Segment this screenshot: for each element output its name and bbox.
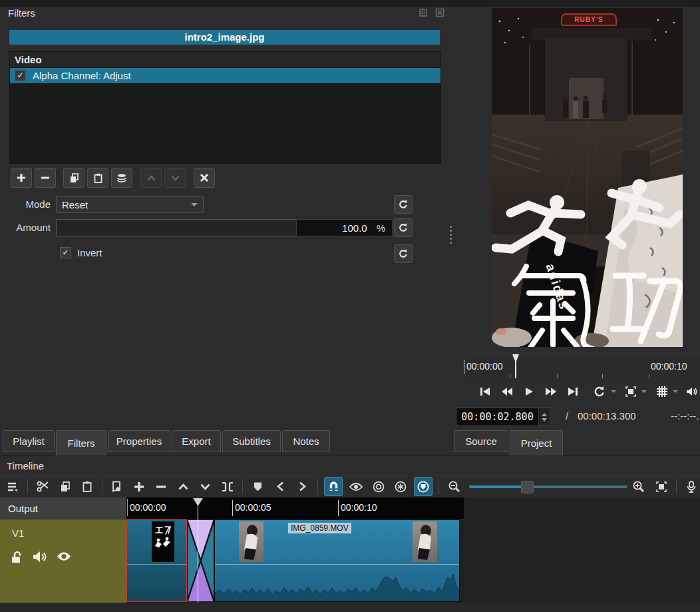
scrub-while-dragging-toggle[interactable]: [347, 477, 365, 495]
tab-filters[interactable]: Filters: [56, 430, 106, 456]
overwrite-down-button[interactable]: [197, 477, 214, 495]
cut-button[interactable]: [34, 477, 51, 495]
clip2-filename-label: IMG_0859.MOV: [288, 523, 351, 533]
transition-clip[interactable]: [187, 519, 214, 602]
volume-icon[interactable]: [683, 383, 700, 401]
loop-button[interactable]: [592, 383, 608, 401]
player-scrubber[interactable]: 00:00:00 00:00:10: [462, 354, 700, 378]
filter-row-alpha-channel[interactable]: ✓ Alpha Channel: Adjust: [10, 68, 440, 83]
grid-button[interactable]: [653, 383, 670, 401]
ripple-delete-button[interactable]: [152, 477, 170, 495]
zoom-fit-player-button[interactable]: [623, 383, 639, 401]
overwrite-button[interactable]: [130, 477, 148, 495]
add-filter-button[interactable]: [11, 168, 32, 188]
snap-toggle[interactable]: [324, 477, 343, 496]
amount-spinbox[interactable]: 100.0 %: [296, 219, 393, 236]
float-panel-icon[interactable]: [419, 8, 428, 17]
rewind-button[interactable]: [499, 383, 516, 401]
timeline-playhead-line[interactable]: [198, 497, 198, 603]
output-track-header[interactable]: Output: [0, 497, 126, 519]
tab-playlist[interactable]: Playlist: [3, 430, 55, 452]
skip-to-start-button[interactable]: [477, 383, 494, 401]
lift-button[interactable]: [175, 477, 192, 495]
time-separator: /: [566, 410, 568, 422]
reset-invert-button[interactable]: [394, 244, 413, 263]
scrubber-start-label: 00:00:00: [466, 361, 503, 372]
remove-filter-button[interactable]: [35, 168, 56, 188]
ruler-tick-5: 00:00:05: [235, 502, 271, 513]
zoom-timeline-in-button[interactable]: [629, 477, 647, 495]
ruler-tick-10: 00:00:10: [341, 502, 377, 513]
dock-tab-bar: Playlist Filters Properties Export Subti…: [0, 430, 700, 455]
ripple-markers-toggle[interactable]: [414, 477, 433, 496]
append-button[interactable]: [108, 477, 126, 495]
v1-track-header[interactable]: V1: [0, 519, 126, 603]
v1-track-label: V1: [12, 527, 24, 539]
zoom-slider-handle[interactable]: [521, 481, 534, 493]
timeline-menu-button[interactable]: [4, 477, 21, 495]
amount-slider[interactable]: [56, 219, 297, 236]
tab-export[interactable]: Export: [172, 430, 221, 452]
loop-menu-caret[interactable]: [611, 390, 616, 393]
tab-project[interactable]: Project: [510, 430, 563, 456]
clip-img-0859[interactable]: IMG_0859.MOV: [214, 519, 460, 602]
move-filter-down-button[interactable]: [164, 168, 186, 188]
ripple-toggle[interactable]: [369, 477, 387, 495]
filter-list[interactable]: Video ✓ Alpha Channel: Adjust: [9, 51, 441, 164]
paste-button[interactable]: [79, 477, 96, 495]
filter-enabled-checkbox[interactable]: ✓: [15, 70, 26, 81]
record-audio-button[interactable]: [683, 477, 700, 495]
clip1-thumbnail: [152, 521, 174, 562]
position-spinner[interactable]: [538, 408, 550, 426]
split-button[interactable]: [219, 477, 236, 495]
lock-track-icon[interactable]: [10, 550, 25, 565]
duration-timecode: 00:00:13.300: [578, 410, 636, 422]
copy-button[interactable]: [56, 477, 73, 495]
play-button[interactable]: [521, 383, 538, 401]
video-preview: RUBY'S adidas: [492, 8, 683, 347]
mode-dropdown[interactable]: Reset: [56, 196, 204, 213]
fast-forward-button[interactable]: [542, 383, 559, 401]
tab-properties[interactable]: Properties: [108, 430, 170, 452]
chevron-down-icon: [191, 203, 198, 206]
invert-checkbox[interactable]: ✓: [60, 247, 71, 258]
panel-splitter-handle[interactable]: [450, 224, 452, 246]
skip-to-end-button[interactable]: [564, 383, 581, 401]
amount-unit: %: [377, 222, 392, 234]
copy-filters-button[interactable]: [63, 168, 85, 188]
amount-label: Amount: [0, 222, 51, 233]
timeline-panel-title: Timeline: [7, 460, 44, 471]
clip-intro2-image[interactable]: [126, 519, 187, 602]
timeline-ruler[interactable]: 00:00:00 00:00:05 00:00:10: [126, 497, 464, 519]
ripple-all-tracks-toggle[interactable]: [392, 477, 409, 495]
grid-menu-caret[interactable]: [673, 390, 678, 393]
timeline-zoom-slider[interactable]: [469, 480, 623, 493]
tab-notes[interactable]: Notes: [282, 430, 330, 452]
tab-source[interactable]: Source: [454, 430, 508, 452]
reset-amount-button[interactable]: [394, 218, 413, 237]
zoom-timeline-out-button[interactable]: [445, 477, 462, 495]
position-spinbox[interactable]: 00:00:02.800: [456, 408, 550, 426]
zoom-player-menu-caret[interactable]: [641, 390, 647, 393]
close-panel-icon[interactable]: [435, 8, 444, 17]
mode-dropdown-value: Reset: [62, 199, 88, 210]
move-filter-up-button[interactable]: [140, 168, 162, 188]
deselect-filter-button[interactable]: [194, 168, 215, 188]
reset-mode-button[interactable]: [394, 195, 413, 214]
transport-bar: [462, 380, 700, 404]
invert-checkbox-row[interactable]: ✓ Invert: [60, 247, 102, 258]
previous-marker-button[interactable]: [271, 477, 289, 495]
preview-scene: [492, 8, 683, 347]
zoom-timeline-fit-button[interactable]: [653, 477, 670, 495]
paste-filters-button[interactable]: [87, 168, 108, 188]
clip2-thumb-start: [239, 521, 263, 562]
marker-button[interactable]: [249, 477, 266, 495]
hide-track-icon[interactable]: [56, 551, 72, 562]
tab-subtitles[interactable]: Subtitles: [222, 430, 281, 452]
player-playhead[interactable]: [511, 354, 520, 378]
mute-track-icon[interactable]: [32, 550, 48, 563]
output-track-label: Output: [0, 503, 38, 514]
save-filter-set-button[interactable]: [111, 168, 132, 188]
window-top-strip: [0, 0, 700, 7]
next-marker-button[interactable]: [294, 477, 311, 495]
